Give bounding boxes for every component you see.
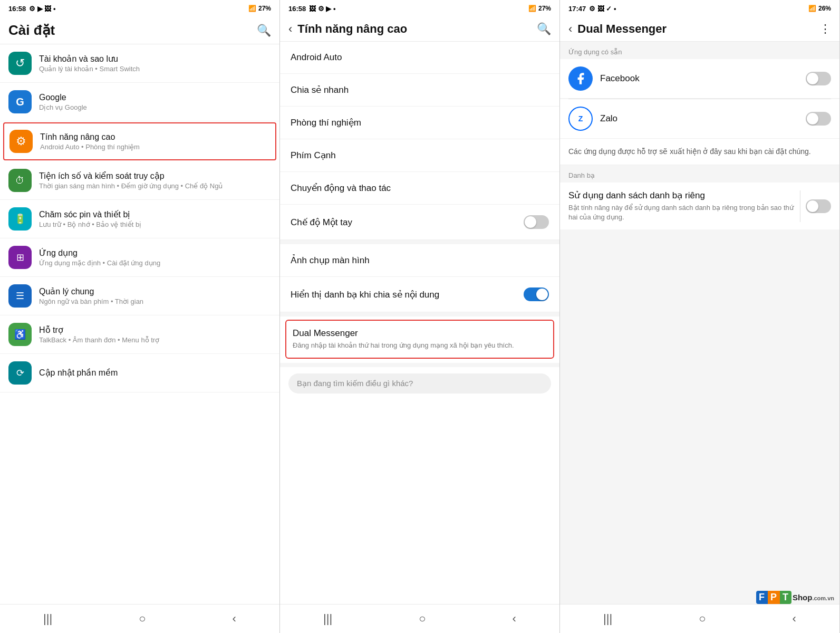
list-item-advanced[interactable]: ⚙ Tính năng nâng cao Android Auto • Phòn… xyxy=(3,122,276,160)
menu-android-auto[interactable]: Android Auto xyxy=(280,42,559,74)
more-button-3[interactable]: ⋮ xyxy=(819,22,831,36)
zalo-toggle[interactable] xyxy=(806,112,831,126)
page-title-2: Tính năng nâng cao xyxy=(297,22,532,36)
list-item-management[interactable]: ☰ Quản lý chung Ngôn ngữ và bàn phím • T… xyxy=(0,277,279,315)
menu-side-key[interactable]: Phím Cạnh xyxy=(280,139,559,172)
facebook-name: Facebook xyxy=(600,73,806,84)
fpt-p: P xyxy=(768,591,780,604)
settings-list: ↺ Tài khoản và sao lưu Quản lý tài khoản… xyxy=(0,44,279,604)
dual-messenger-content: Ứng dụng có sẵn Facebook Z Zalo Các ứng … xyxy=(560,42,839,604)
battery-2: 27% xyxy=(538,5,551,12)
time-3: 17:47 xyxy=(568,5,586,13)
time-1: 16:58 xyxy=(8,5,26,13)
contact-item[interactable]: Sử dụng danh sách danh bạ riêng Bật tính… xyxy=(560,183,839,229)
zalo-name: Zalo xyxy=(600,113,806,124)
facebook-icon xyxy=(568,66,593,91)
contact-text: Sử dụng danh sách danh bạ riêng Bật tính… xyxy=(568,190,795,222)
list-item-battery[interactable]: 🔋 Chăm sóc pin và thiết bị Lưu trữ • Bộ … xyxy=(0,200,279,238)
zalo-text: Z xyxy=(578,114,583,123)
menu-label-side-key: Phím Cạnh xyxy=(291,150,336,161)
battery-primary: Chăm sóc pin và thiết bị xyxy=(39,209,271,219)
status-left-3: 17:47 ⚙ 🖼 ✓ • xyxy=(568,5,616,13)
nav-home-3[interactable]: ○ xyxy=(688,610,716,628)
time-2: 16:58 xyxy=(288,5,306,13)
advanced-secondary: Android Auto • Phòng thí nghiệm xyxy=(40,143,270,151)
status-icons-1: ⚙ ▶ 🖼 • xyxy=(29,5,55,13)
management-primary: Quản lý chung xyxy=(39,286,271,296)
account-primary: Tài khoản và sao lưu xyxy=(39,54,271,64)
account-text: Tài khoản và sao lưu Quản lý tài khoản •… xyxy=(39,54,271,73)
fpt-shop-text: Shop.com.vn xyxy=(793,593,834,602)
support-icon: ♿ xyxy=(8,323,32,346)
contact-primary: Sử dụng danh sách danh bạ riêng xyxy=(568,190,795,201)
contacts-share-toggle[interactable] xyxy=(524,287,549,301)
page-title-1: Cài đặt xyxy=(8,22,55,39)
apps-primary: Ứng dụng xyxy=(39,248,271,258)
support-primary: Hỗ trợ xyxy=(39,325,271,335)
menu-dual-messenger[interactable]: Dual Messenger Đăng nhập tài khoản thứ h… xyxy=(285,320,554,359)
back-button-2[interactable]: ‹ xyxy=(288,22,292,36)
battery-icon: 🔋 xyxy=(8,207,32,231)
section-label-apps: Ứng dụng có sẵn xyxy=(560,42,839,59)
bottom-nav-3: ||| ○ ‹ xyxy=(560,604,839,633)
list-item-digital[interactable]: ⏱ Tiện ích số và kiểm soát truy cập Thời… xyxy=(0,161,279,200)
nav-back-3[interactable]: ‹ xyxy=(782,610,807,628)
search-button-1[interactable]: 🔍 xyxy=(257,24,271,37)
menu-one-hand[interactable]: Chế độ Một tay xyxy=(280,205,559,240)
app-item-zalo[interactable]: Z Zalo xyxy=(560,99,839,139)
digital-icon: ⏱ xyxy=(8,169,32,192)
one-hand-toggle[interactable] xyxy=(524,215,549,229)
update-icon: ⟳ xyxy=(8,361,32,385)
status-bar-2: 16:58 🖼 ⚙ ▶ • 📶 27% xyxy=(280,0,559,17)
contact-toggle[interactable] xyxy=(806,199,831,213)
page-title-3: Dual Messenger xyxy=(577,22,814,36)
bottom-nav-1: ||| ○ ‹ xyxy=(0,604,279,633)
search-bar-2[interactable]: Bạn đang tìm kiếm điều gì khác? xyxy=(288,373,551,394)
menu-quick-share[interactable]: Chia sẻ nhanh xyxy=(280,74,559,107)
search-placeholder-2: Bạn đang tìm kiếm điều gì khác? xyxy=(297,379,413,388)
apps-secondary: Ứng dụng mặc định • Cài đặt ứng dụng xyxy=(39,259,271,267)
list-item-support[interactable]: ♿ Hỗ trợ TalkBack • Âm thanh đơn • Menu … xyxy=(0,315,279,354)
status-bar-1: 16:58 ⚙ ▶ 🖼 • 📶 27% xyxy=(0,0,279,17)
menu-contacts-share[interactable]: Hiển thị danh bạ khi chia sẻ nội dung xyxy=(280,277,559,312)
facebook-toggle[interactable] xyxy=(806,72,831,85)
nav-recent-3[interactable]: ||| xyxy=(593,610,623,628)
zalo-icon: Z xyxy=(568,107,593,131)
battery-3: 26% xyxy=(818,5,831,12)
menu-motion[interactable]: Chuyển động và thao tác xyxy=(280,172,559,205)
list-item-account[interactable]: ↺ Tài khoản và sao lưu Quản lý tài khoản… xyxy=(0,44,279,83)
fpt-t: T xyxy=(780,591,791,604)
nav-recent-1[interactable]: ||| xyxy=(33,610,63,628)
battery-1: 27% xyxy=(258,5,271,12)
header-2: ‹ Tính năng nâng cao 🔍 xyxy=(280,17,559,42)
header-icons-3: ⋮ xyxy=(819,22,831,36)
nav-back-1[interactable]: ‹ xyxy=(222,610,247,628)
google-secondary: Dịch vụ Google xyxy=(39,103,271,111)
contact-section-label: Danh bạ xyxy=(560,165,839,183)
top-icons-1: 🔍 xyxy=(257,24,271,37)
nav-home-1[interactable]: ○ xyxy=(128,610,156,628)
search-button-2[interactable]: 🔍 xyxy=(537,22,551,36)
back-button-3[interactable]: ‹ xyxy=(568,22,572,36)
app-item-facebook[interactable]: Facebook xyxy=(560,59,839,99)
apps-icon: ⊞ xyxy=(8,246,32,269)
support-text: Hỗ trợ TalkBack • Âm thanh đơn • Menu hỗ… xyxy=(39,325,271,344)
list-item-apps[interactable]: ⊞ Ứng dụng Ứng dụng mặc định • Cài đặt ứ… xyxy=(0,238,279,277)
status-right-1: 📶 27% xyxy=(248,5,271,12)
menu-label-lab: Phòng thí nghiệm xyxy=(291,117,361,128)
header-3: ‹ Dual Messenger ⋮ xyxy=(560,17,839,42)
menu-label-screenshot: Ảnh chụp màn hình xyxy=(291,255,370,266)
advanced-primary: Tính năng nâng cao xyxy=(40,132,270,142)
menu-label-one-hand: Chế độ Một tay xyxy=(291,217,352,228)
panel-settings: 16:58 ⚙ ▶ 🖼 • 📶 27% Cài đặt 🔍 ↺ Tài khoả… xyxy=(0,0,280,633)
nav-back-2[interactable]: ‹ xyxy=(502,610,527,628)
battery-text: Chăm sóc pin và thiết bị Lưu trữ • Bộ nh… xyxy=(39,209,271,228)
status-left-1: 16:58 ⚙ ▶ 🖼 • xyxy=(8,5,56,13)
nav-recent-2[interactable]: ||| xyxy=(313,610,343,628)
list-item-update[interactable]: ⟳ Cập nhật phần mềm xyxy=(0,354,279,392)
menu-screenshot[interactable]: Ảnh chụp màn hình xyxy=(280,244,559,277)
nav-home-2[interactable]: ○ xyxy=(408,610,436,628)
list-item-google[interactable]: G Google Dịch vụ Google xyxy=(0,83,279,121)
google-icon: G xyxy=(8,90,32,113)
menu-lab[interactable]: Phòng thí nghiệm xyxy=(280,107,559,139)
